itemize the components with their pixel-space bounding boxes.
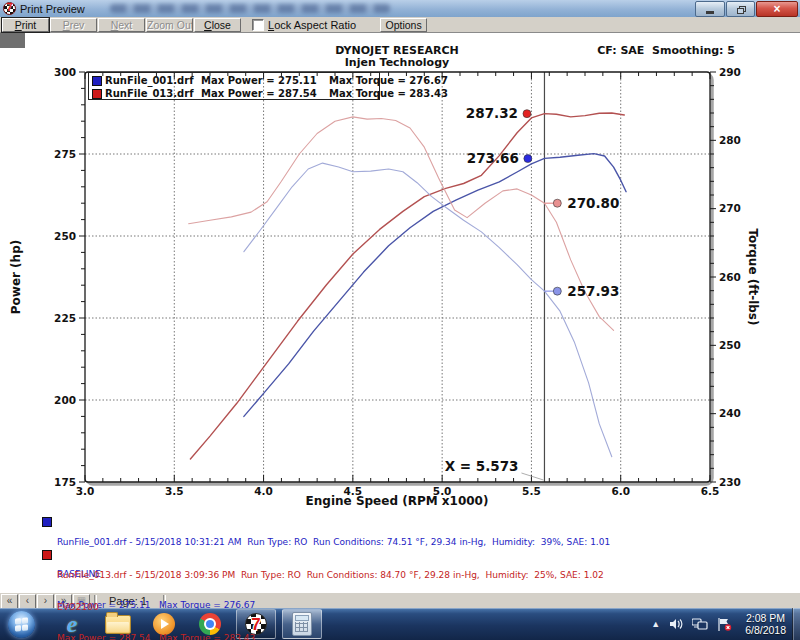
legend-max-torque: Max Torque = 276.67 (329, 75, 448, 86)
svg-text:273.66: 273.66 (467, 150, 519, 166)
legend-max-torque: Max Torque = 283.43 (329, 88, 448, 99)
svg-text:250: 250 (719, 339, 741, 351)
svg-text:175: 175 (54, 476, 76, 488)
obscured-title-text (110, 4, 390, 13)
legend-swatch-blue (92, 76, 102, 86)
svg-text:230: 230 (719, 476, 741, 488)
legend-max-power: Max Power = 287.54 (201, 88, 329, 99)
network-icon[interactable] (692, 618, 708, 631)
system-tray: ▲ 2:08 PM 6/8/2018 (651, 612, 792, 636)
y-axis-label-power: Power (hp) (9, 217, 23, 337)
legend-row: RunFile_001.drf Max Power = 275.11 Max T… (92, 74, 448, 87)
svg-text:260: 260 (719, 271, 741, 283)
next-button: Next (98, 18, 145, 32)
restore-icon (737, 6, 745, 13)
y-axis-label-torque: Torque (ft-lbs) (746, 217, 760, 337)
clock-date: 6/8/2018 (745, 624, 786, 636)
lock-aspect-ratio-checkbox[interactable] (252, 19, 264, 31)
svg-text:300: 300 (54, 66, 76, 78)
print-button[interactable]: Print (2, 18, 49, 32)
preview-page: 3.03.54.04.55.05.56.06.51752002252502753… (0, 33, 800, 592)
correction-factor-note: CF: SAE Smoothing: 5 (545, 44, 735, 57)
start-button[interactable] (8, 611, 35, 638)
run-swatch-blue (42, 517, 52, 527)
prev-button: Prev (50, 18, 97, 32)
minimize-icon (706, 11, 714, 14)
winpep-app-icon: 7 (3, 2, 16, 15)
close-preview-button[interactable]: Close (194, 18, 241, 32)
svg-text:257.93: 257.93 (567, 283, 619, 299)
run-info-line: EVO2100 (57, 602, 604, 613)
svg-text:6.5: 6.5 (701, 485, 720, 497)
action-center-flag-icon[interactable] (717, 618, 732, 631)
run-info-line: Max Power = 287.54 Max Torque = 283.43 (57, 633, 604, 640)
minimize-button[interactable] (695, 1, 725, 17)
window-title: Print Preview (20, 3, 85, 15)
windows-flag-icon (15, 617, 28, 631)
svg-text:X = 5.573: X = 5.573 (445, 458, 519, 474)
restore-button[interactable] (726, 1, 755, 17)
chart-subtitle: Injen Technology (252, 56, 542, 69)
svg-text:287.32: 287.32 (466, 105, 518, 121)
legend-box: RunFile_001.drf Max Power = 275.11 Max T… (88, 72, 380, 100)
svg-text:200: 200 (54, 394, 76, 406)
dyno-chart-plot[interactable]: 3.03.54.04.55.05.56.06.51752002252502753… (0, 33, 800, 592)
show-desktop-button[interactable] (792, 608, 800, 640)
run-info-line: RunFile_001.drf - 5/15/2018 10:31:21 AM … (57, 537, 610, 548)
svg-text:250: 250 (54, 230, 76, 242)
svg-text:290: 290 (719, 66, 741, 78)
run-swatch-red (42, 550, 52, 560)
svg-text:270.80: 270.80 (567, 195, 619, 211)
svg-text:240: 240 (719, 407, 741, 419)
svg-text:280: 280 (719, 134, 741, 146)
toolbar: Print Prev Next Zoom Out Close Lock Aspe… (0, 17, 800, 33)
close-icon: × (773, 4, 780, 14)
svg-text:270: 270 (719, 202, 741, 214)
legend-file: RunFile_013.drf (105, 88, 201, 99)
title-bar[interactable]: 7 Print Preview × (0, 0, 800, 17)
legend-max-power: Max Power = 275.11 (201, 75, 329, 86)
run-info-line: RunFile_013.drf - 5/15/2018 3:09:36 PM R… (57, 570, 604, 581)
lock-aspect-ratio-label: Lock Aspect Ratio (268, 19, 356, 31)
svg-text:6.0: 6.0 (611, 485, 630, 497)
svg-text:225: 225 (54, 312, 76, 324)
svg-text:3.5: 3.5 (165, 485, 184, 497)
svg-text:3.0: 3.0 (76, 485, 95, 497)
taskbar-clock[interactable]: 2:08 PM 6/8/2018 (745, 612, 786, 636)
print-preview-window: 7 Print Preview × Print Prev Next Zoom O… (0, 0, 800, 640)
run-info-evo2100: RunFile_013.drf - 5/15/2018 3:09:36 PM R… (42, 549, 604, 640)
zoom-out-button: Zoom Out (146, 18, 193, 32)
prev-page-button[interactable]: ‹ (19, 594, 36, 609)
clock-time: 2:08 PM (745, 612, 786, 624)
legend-file: RunFile_001.drf (105, 75, 201, 86)
tray-expand-icon[interactable]: ▲ (651, 619, 660, 629)
first-page-button[interactable]: « (1, 594, 18, 609)
speaker-icon[interactable] (669, 618, 683, 630)
legend-swatch-red (92, 89, 102, 99)
options-button[interactable]: Options (380, 18, 427, 32)
legend-row: RunFile_013.drf Max Power = 287.54 Max T… (92, 87, 448, 100)
close-button[interactable]: × (756, 1, 798, 17)
x-axis-label: Engine Speed (RPM x1000) (247, 494, 547, 508)
svg-text:275: 275 (54, 148, 76, 160)
